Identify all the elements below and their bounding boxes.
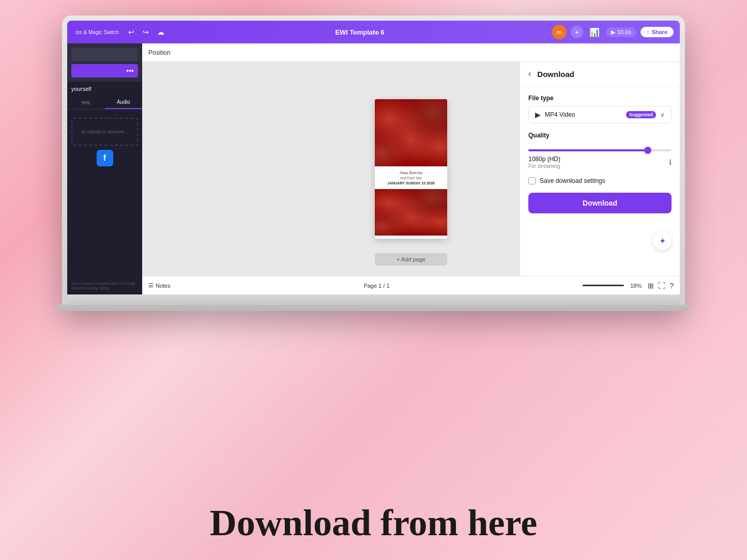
design-subtitle: and Dani Mar <box>380 176 442 180</box>
sidebar-search-bar[interactable] <box>71 48 138 61</box>
app-ui: ize & Magic Switch ↩ ↪ ☁ EWI Template 6 … <box>67 21 680 294</box>
facebook-icon-container: f <box>71 150 138 166</box>
play-button[interactable]: ▶ 10.0s <box>606 27 636 37</box>
sidebar-footer: our content complies with our ringe any … <box>67 277 142 294</box>
download-button[interactable]: Download <box>528 193 672 213</box>
share-icon: ↑ <box>647 29 650 35</box>
video-icon: ▶ <box>535 111 541 119</box>
footer-text: our content complies with our ringe any … <box>71 281 135 290</box>
bottom-text-section: Download from here <box>0 502 747 545</box>
redo-button[interactable]: ↪ <box>140 26 152 38</box>
info-icon: ℹ <box>669 158 672 166</box>
laptop-screen-border: ize & Magic Switch ↩ ↪ ☁ EWI Template 6 … <box>62 15 685 311</box>
design-card-bottom <box>375 189 447 236</box>
facebook-icon[interactable]: f <box>97 150 113 166</box>
design-title-text: Anna Katrina <box>400 170 422 175</box>
analytics-button[interactable]: 📊 <box>587 25 602 39</box>
file-type-label: File type <box>528 95 672 102</box>
sparkle-button[interactable]: ✦ <box>653 231 672 250</box>
play-time: 10.0s <box>617 29 631 35</box>
page-info: Page 1 / 1 <box>177 283 576 289</box>
laptop-screen: ize & Magic Switch ↩ ↪ ☁ EWI Template 6 … <box>67 21 680 294</box>
sparkle-icon: ✦ <box>659 236 666 246</box>
videos-tab-label: eos <box>82 100 90 105</box>
design-card: Anna Katrina and Dani Mar JANUARY SUNDAY… <box>375 99 447 239</box>
download-from-here-heading: Download from here <box>0 502 747 545</box>
navbar: ize & Magic Switch ↩ ↪ ☁ EWI Template 6 … <box>67 21 680 43</box>
quality-info: 1080p (HD) For streaming ℹ <box>528 155 672 169</box>
fullscreen-button[interactable]: ⛶ <box>658 282 665 290</box>
laptop-bottom <box>57 305 690 311</box>
share-label: Share <box>651 29 667 35</box>
canvas-area: Position 🔒 <box>142 43 680 294</box>
quality-slider[interactable] <box>528 149 672 151</box>
laptop-container: ize & Magic Switch ↩ ↪ ☁ EWI Template 6 … <box>62 15 685 431</box>
canvas-toolbar: Position <box>142 43 680 62</box>
design-title: Anna Katrina <box>380 170 442 175</box>
sidebar-yourself-label: yourself <box>67 82 142 96</box>
upload-box[interactable]: to upload or account... <box>71 118 138 146</box>
design-card-text: Anna Katrina and Dani Mar JANUARY SUNDAY… <box>375 166 447 189</box>
design-subtitle-text: and Dani Mar <box>400 176 422 180</box>
play-icon: ▶ <box>611 29 615 36</box>
brand-label: ize & Magic Switch <box>73 27 121 37</box>
avatar-button[interactable]: m <box>552 25 567 39</box>
panel-title: Download <box>537 70 574 79</box>
quality-details: 1080p (HD) For streaming <box>528 155 560 169</box>
sidebar-purple-button[interactable]: ••• <box>71 64 138 77</box>
file-type-value: MP4 Video <box>545 111 622 118</box>
quality-section: Quality 1080p (HD) For streaming <box>528 132 672 169</box>
quality-value: 1080p (HD) <box>528 155 560 163</box>
main-area: ••• yourself eos Audio <box>67 43 680 294</box>
zoom-slider[interactable] <box>583 285 624 286</box>
chevron-down-icon: ∨ <box>660 111 665 118</box>
download-panel: ‹ Download File type ▶ MP4 Video Suggest… <box>520 62 680 276</box>
notes-button[interactable]: ☰ Notes <box>148 282 171 289</box>
audio-tab-label: Audio <box>117 99 130 105</box>
design-card-top <box>375 99 447 166</box>
quality-slider-wrapper <box>528 144 672 153</box>
undo-button[interactable]: ↩ <box>125 26 138 38</box>
back-button[interactable]: ‹ <box>527 68 532 80</box>
save-settings-label: Save download settings <box>540 177 605 184</box>
undo-redo-group: ↩ ↪ ☁ <box>125 26 167 38</box>
quality-label: Quality <box>528 132 672 139</box>
bottom-toolbar: ☰ Notes Page 1 / 1 18% ⊞ ⛶ ? <box>142 276 680 294</box>
share-button[interactable]: ↑ Share <box>641 27 674 37</box>
laptop-base <box>67 294 680 305</box>
document-title: EWI Template 6 <box>172 28 548 36</box>
roses-bg-bottom <box>375 189 447 236</box>
upload-text: to upload or account... <box>82 129 128 134</box>
canvas-main[interactable]: 🔒 Anna Katrina <box>142 62 680 276</box>
design-date-text: JANUARY SUNDAY 23 2026 <box>387 181 434 185</box>
roses-background <box>375 99 447 166</box>
file-type-select[interactable]: ▶ MP4 Video Suggested ∨ <box>528 106 672 123</box>
cloud-button[interactable]: ☁ <box>154 26 167 38</box>
save-settings-checkbox[interactable] <box>528 177 536 184</box>
more-options-icon: ••• <box>126 67 134 75</box>
bottom-icons: ⊞ ⛶ ? <box>648 282 674 290</box>
help-button[interactable]: ? <box>669 282 674 290</box>
add-button[interactable]: + <box>571 26 583 38</box>
sidebar-content: to upload or account... f <box>67 110 142 277</box>
sidebar: ••• yourself eos Audio <box>67 43 142 294</box>
sidebar-tab-videos[interactable]: eos <box>67 96 105 109</box>
position-label: Position <box>148 49 171 56</box>
save-settings-row: Save download settings <box>528 177 672 184</box>
sidebar-header: ••• <box>67 43 142 82</box>
notes-icon: ☰ <box>148 282 154 289</box>
quality-sub: For streaming <box>528 163 560 169</box>
notes-label: Notes <box>156 283 171 289</box>
grid-view-button[interactable]: ⊞ <box>648 282 654 290</box>
sidebar-tabs: eos Audio <box>67 96 142 110</box>
add-page-button[interactable]: + Add page <box>375 253 447 266</box>
panel-header: ‹ Download <box>520 62 680 86</box>
suggested-badge: Suggested <box>626 111 656 118</box>
design-date: JANUARY SUNDAY 23 2026 <box>380 181 442 185</box>
sidebar-tab-audio[interactable]: Audio <box>105 96 143 109</box>
zoom-level: 18% <box>630 283 642 289</box>
